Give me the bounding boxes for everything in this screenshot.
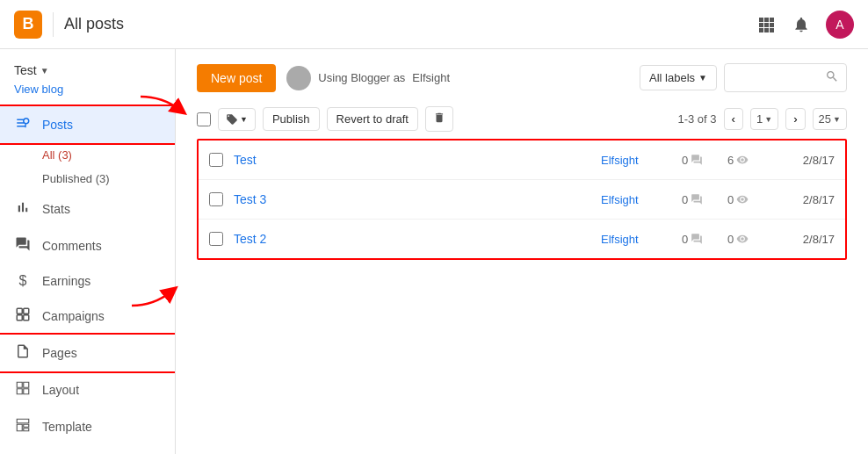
arrow-posts	[176, 92, 189, 126]
posts-table: Test Elfsight 0 6 2/8/17 Test 3 Elfsight	[197, 139, 847, 260]
svg-rect-5	[770, 23, 774, 27]
per-page-value: 25	[819, 112, 831, 126]
pagination-info: 1-3 of 3	[677, 112, 716, 126]
post-views-count: 0	[727, 233, 734, 246]
arrow-pages	[176, 281, 180, 314]
sidebar-subitem-published[interactable]: Published (3)	[42, 167, 175, 191]
all-labels-chevron-icon: ▼	[698, 73, 707, 83]
template-icon	[14, 417, 32, 436]
blog-selector[interactable]: Test ▼	[0, 56, 175, 81]
post-date: 2/8/17	[782, 193, 835, 206]
blogger-user-info: Using Blogger as Elfsight	[286, 66, 450, 90]
sidebar-subitem-all[interactable]: All (3)	[42, 143, 175, 167]
header: B All posts A	[0, 0, 868, 49]
search-input[interactable]	[732, 71, 821, 84]
main-layout: Test ▼ View blog Posts All (3) Published…	[0, 49, 868, 454]
chevron-down-icon: ▼	[40, 66, 49, 76]
per-page-chevron-icon: ▼	[833, 115, 841, 124]
sidebar-item-campaigns[interactable]: Campaigns	[0, 298, 175, 335]
notification-icon[interactable]	[791, 14, 812, 35]
sidebar-item-comments[interactable]: Comments	[0, 227, 175, 264]
sidebar-item-label-stats: Stats	[42, 202, 70, 216]
sidebar-item-template[interactable]: Template	[0, 408, 175, 445]
view-blog-link[interactable]: View blog	[0, 81, 175, 106]
post-comments: 0	[682, 193, 717, 206]
blogger-username: Elfsight	[412, 71, 450, 84]
post-comments-count: 0	[682, 233, 688, 246]
header-left: B All posts	[14, 11, 124, 39]
post-row-checkbox[interactable]	[209, 153, 223, 167]
post-title[interactable]: Test 3	[234, 192, 590, 206]
post-row-checkbox[interactable]	[209, 232, 223, 246]
all-labels-dropdown[interactable]: All labels ▼	[640, 65, 717, 90]
post-views: 6	[727, 154, 771, 167]
revert-to-draft-button[interactable]: Revert to draft	[327, 107, 418, 131]
post-author[interactable]: Elfsight	[601, 233, 671, 246]
sidebar-item-layout[interactable]: Layout	[0, 371, 175, 408]
sidebar-item-pages[interactable]: Pages	[0, 335, 175, 371]
post-comments: 0	[682, 233, 717, 246]
post-date: 2/8/17	[782, 154, 835, 167]
layout-icon	[14, 380, 32, 400]
delete-button[interactable]	[425, 106, 453, 132]
page-number-select[interactable]: 1 ▼	[750, 108, 778, 130]
table-row: Test 3 Elfsight 0 0 2/8/17	[199, 180, 845, 220]
prev-page-button[interactable]: ‹	[724, 108, 743, 130]
post-views-count: 6	[727, 154, 734, 167]
post-comments: 0	[682, 154, 717, 167]
sidebar-item-settings[interactable]: Settings	[0, 445, 175, 454]
blogger-logo[interactable]: B	[14, 11, 42, 39]
post-date: 2/8/17	[782, 233, 835, 246]
header-divider	[53, 12, 54, 37]
post-comments-count: 0	[682, 154, 688, 167]
sidebar-item-label-posts: Posts	[42, 118, 73, 132]
tag-button[interactable]: ▼	[218, 108, 256, 131]
svg-rect-8	[770, 28, 774, 32]
select-all-checkbox[interactable]	[197, 112, 211, 126]
user-avatar[interactable]: A	[826, 11, 854, 39]
sidebar-item-posts[interactable]: Posts	[0, 106, 175, 143]
svg-rect-12	[24, 315, 29, 321]
pages-item-wrapper: Pages	[0, 335, 175, 371]
table-row: Test 2 Elfsight 0 0 2/8/17	[199, 220, 845, 258]
post-row-checkbox[interactable]	[209, 192, 223, 206]
post-views-count: 0	[727, 193, 734, 206]
stats-icon	[14, 199, 32, 219]
search-icon[interactable]	[825, 69, 839, 86]
svg-rect-11	[17, 315, 22, 321]
comments-icon	[14, 236, 32, 256]
post-author[interactable]: Elfsight	[601, 193, 671, 206]
using-blogger-text: Using Blogger as	[318, 71, 405, 84]
sidebar: Test ▼ View blog Posts All (3) Published…	[0, 49, 176, 454]
campaigns-icon	[14, 306, 32, 326]
post-title[interactable]: Test	[234, 153, 590, 167]
svg-rect-6	[759, 28, 763, 32]
next-page-button[interactable]: ›	[785, 108, 805, 130]
header-right: A	[756, 11, 854, 39]
pages-icon	[14, 343, 32, 363]
sidebar-item-earnings[interactable]: $ Earnings	[0, 264, 175, 298]
content-toolbar: New post Using Blogger as Elfsight All l…	[197, 63, 847, 92]
page-chevron-icon: ▼	[764, 115, 772, 124]
post-title[interactable]: Test 2	[234, 232, 590, 246]
search-box	[724, 63, 847, 92]
posts-item-wrapper: Posts	[0, 106, 175, 143]
table-row: Test Elfsight 0 6 2/8/17	[199, 141, 845, 180]
per-page-select[interactable]: 25 ▼	[813, 108, 847, 130]
post-author[interactable]: Elfsight	[601, 154, 671, 167]
content-area: New post Using Blogger as Elfsight All l…	[176, 49, 868, 454]
sidebar-item-label-layout: Layout	[42, 383, 79, 397]
publish-button[interactable]: Publish	[263, 107, 320, 131]
grid-icon[interactable]	[756, 14, 777, 35]
sidebar-sub-posts: All (3) Published (3)	[0, 143, 175, 191]
page-number: 1	[756, 112, 763, 126]
new-post-button[interactable]: New post	[197, 64, 276, 92]
sidebar-item-label-pages: Pages	[42, 346, 77, 360]
svg-rect-2	[770, 18, 774, 22]
pagination: 1-3 of 3 ‹ 1 ▼ › 25 ▼	[677, 108, 847, 130]
svg-rect-7	[764, 28, 769, 32]
sidebar-item-stats[interactable]: Stats	[0, 191, 175, 227]
actions-bar: ▼ Publish Revert to draft 1-3 of 3 ‹ 1 ▼…	[197, 106, 847, 132]
sidebar-item-label-earnings: Earnings	[42, 274, 90, 288]
page-title: All posts	[64, 15, 124, 33]
